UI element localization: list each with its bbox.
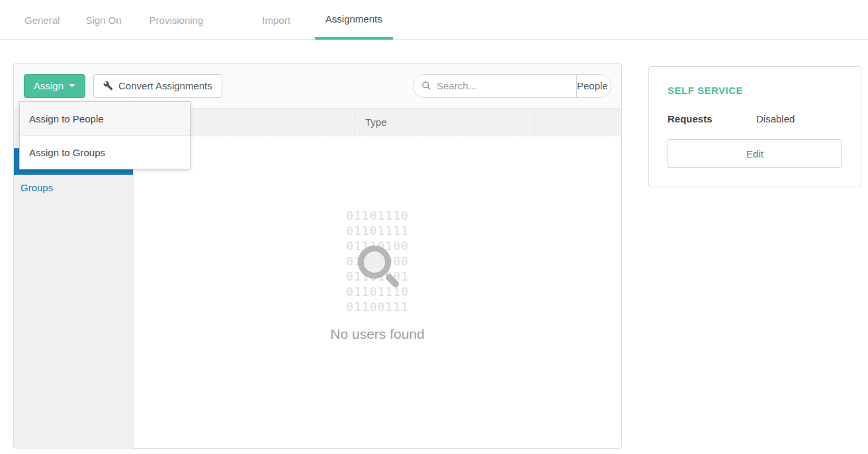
tab-assignments[interactable]: Assignments (315, 0, 393, 40)
column-actions (535, 109, 621, 136)
search-icon (421, 81, 431, 91)
filter-sidebar: People Groups (14, 136, 134, 449)
tab-provisioning[interactable]: Provisioning (150, 0, 204, 40)
binary-line: 01101110 (346, 208, 409, 223)
requests-value: Disabled (756, 113, 795, 124)
assignments-content: 01101110 01101111 01110100 01101000 0110… (134, 136, 621, 449)
column-type: Type (355, 109, 535, 136)
tab-sign-on[interactable]: Sign On (85, 0, 121, 40)
wrench-icon (103, 81, 113, 91)
tab-import[interactable]: Import (262, 0, 290, 40)
assign-button-label: Assign (34, 80, 64, 91)
binary-line: 01101111 (346, 223, 409, 238)
self-service-panel: SELF SERVICE Requests Disabled Edit (648, 66, 861, 187)
binary-line: 01101110 (346, 284, 409, 299)
menu-item-assign-to-groups[interactable]: Assign to Groups (20, 136, 190, 169)
menu-item-assign-to-people[interactable]: Assign to People (20, 102, 190, 135)
edit-button[interactable]: Edit (668, 139, 842, 168)
empty-state: 01101110 01101111 01110100 01101000 0110… (134, 208, 621, 342)
chevron-down-icon (69, 84, 75, 87)
sidebar-item-groups[interactable]: Groups (14, 175, 133, 201)
column-type-label: Type (365, 116, 387, 128)
search-pill: People (413, 74, 611, 98)
search-scope-dropdown[interactable]: People (576, 75, 611, 97)
requests-label: Requests (668, 113, 756, 124)
convert-assignments-button[interactable]: Convert Assignments (93, 74, 222, 98)
empty-state-message: No users found (134, 326, 621, 342)
binary-line: 01100111 (346, 299, 409, 314)
app-tabbar: General Sign On Provisioning Import Assi… (0, 0, 868, 40)
binary-art: 01101110 01101111 01110100 01101000 0110… (346, 208, 409, 314)
search-scope-label: People (577, 80, 608, 91)
search-input[interactable] (437, 80, 568, 91)
search-box (413, 80, 576, 91)
tab-general[interactable]: General (24, 0, 60, 40)
assign-dropdown-menu: Assign to People Assign to Groups (19, 101, 191, 169)
requests-row: Requests Disabled (668, 113, 842, 124)
assign-button[interactable]: Assign (24, 74, 85, 98)
convert-assignments-label: Convert Assignments (118, 80, 212, 91)
assignments-body: People Groups 01101110 01101111 01110100… (14, 136, 621, 449)
self-service-title: SELF SERVICE (668, 85, 842, 96)
